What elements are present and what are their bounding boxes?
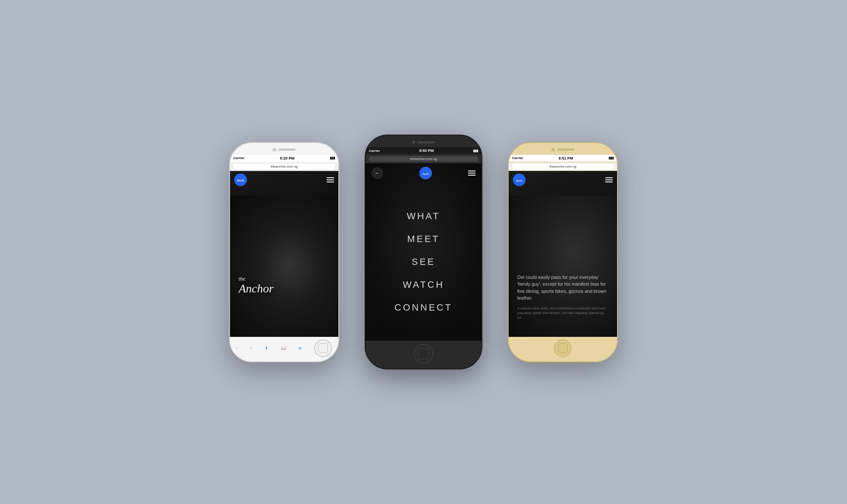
url-box-dark[interactable]: theanchor.com.ng [369, 156, 478, 162]
screen1-content: Anch the Anchor [230, 171, 338, 337]
anchor-text: Anchor [238, 282, 273, 295]
camera-white [273, 148, 276, 151]
hamburger-line-3 [327, 182, 334, 182]
side-button-right-dark [482, 195, 482, 214]
svg-text:Anch: Anch [423, 173, 429, 175]
url-bar-dark: theanchor.com.ng [365, 155, 482, 163]
screen2-bg: ← Anch [365, 163, 482, 341]
status-icons-gold: ▮▮▮ [609, 156, 614, 160]
carrier-gold: Carrier [512, 156, 523, 160]
phones-container: Carrier 9:20 PM ▮▮▮ theanchor.com.ng [229, 135, 618, 369]
status-icons-dark: ▮▮▮ [473, 149, 478, 153]
bio-main-text: Del could easily pass for your everyday … [517, 274, 608, 302]
tabs-btn-white[interactable]: ⧉ [299, 346, 302, 351]
carrier-white: Carrier [233, 156, 244, 160]
status-icons-white: ▮▮▮ [330, 156, 335, 160]
screen2-content: ← Anch [365, 163, 482, 341]
status-bar-white: Carrier 9:20 PM ▮▮▮ [230, 155, 338, 162]
status-bar-gold: Carrier 8:51 PM ▮▮▮ [509, 155, 617, 162]
bio-sub-text: A natural voice artist, ace event/show c… [517, 306, 608, 320]
home-button-inner-dark [418, 348, 429, 359]
phone-dark: Carrier 8:50 PM ▮▮▮ theanchor.com.ng ← [365, 135, 482, 369]
menu-item-connect[interactable]: CONNECT [395, 302, 453, 313]
screen3-text: Del could easily pass for your everyday … [517, 274, 608, 320]
phone-top-gold [509, 143, 617, 155]
figure-container-1 [230, 196, 338, 336]
hamburger-line-2 [327, 179, 334, 180]
screen3-header: Anch [509, 171, 617, 189]
menu-item-meet[interactable]: MEET [407, 234, 440, 245]
home-button-inner-gold [558, 343, 568, 353]
screen-gold: Carrier 8:51 PM ▮▮▮ theanchor.com.ng [509, 155, 617, 337]
anchor-logo-gold[interactable]: Anch [513, 174, 526, 186]
svg-text:Anch: Anch [516, 179, 523, 182]
bookmarks-btn-white[interactable]: 📖 [281, 346, 286, 350]
anchor-logo-white[interactable]: Anch [234, 174, 247, 186]
screen3-bg: Anch Del could easily pass for your ever… [509, 171, 617, 337]
url-box-gold[interactable]: theanchor.com.ng [512, 164, 614, 169]
back-button-dark[interactable]: ← [371, 167, 383, 179]
url-bar-gold: theanchor.com.ng [509, 162, 617, 171]
phone-top-white [230, 143, 338, 155]
phone-top-dark [365, 135, 482, 147]
menu-item-watch[interactable]: WATCH [403, 279, 444, 290]
url-box-white[interactable]: theanchor.com.ng [233, 164, 335, 169]
phone-bottom-gold [509, 337, 617, 361]
menu-item-see[interactable]: SEE [412, 256, 435, 267]
phone-bottom-dark [365, 341, 482, 369]
hamburger-line-1 [327, 177, 334, 178]
anchor-logo-dark[interactable]: Anch [419, 167, 432, 179]
screen1-header: Anch [230, 171, 338, 189]
svg-text:Anch: Anch [237, 179, 244, 182]
speaker-dark [418, 141, 435, 143]
home-button-inner-white [318, 343, 328, 353]
hamburger-menu-white[interactable] [327, 177, 334, 182]
home-button-gold[interactable] [554, 339, 572, 357]
screen3-content: Anch Del could easily pass for your ever… [509, 171, 617, 337]
speaker-white [279, 149, 296, 151]
share-btn-white[interactable]: ⬆ [265, 346, 268, 350]
home-button-white[interactable] [314, 339, 332, 357]
url-bar-white: theanchor.com.ng [230, 162, 338, 171]
ham-g-line-2 [605, 179, 613, 180]
the-text: the [238, 276, 329, 282]
forward-btn-white[interactable]: › [250, 346, 252, 350]
time-gold: 8:51 PM [559, 156, 573, 160]
side-button-right-white [338, 202, 339, 221]
camera-dark [412, 140, 415, 144]
camera-gold [551, 148, 555, 151]
side-button-right-gold [617, 202, 618, 221]
ham-g-line-3 [605, 182, 613, 182]
screen-white: Carrier 9:20 PM ▮▮▮ theanchor.com.ng [230, 155, 338, 337]
ham-line-3 [468, 175, 476, 176]
carrier-dark: Carrier [369, 149, 380, 153]
status-bar-dark: Carrier 8:50 PM ▮▮▮ [365, 147, 482, 154]
phone-bottom-white: ‹ › ⬆ 📖 ⧉ [230, 337, 338, 361]
screen2-header: ← Anch [365, 163, 482, 183]
menu-items-list: WHAT MEET SEE WATCH CONNECT [395, 183, 453, 341]
menu-item-what[interactable]: WHAT [407, 211, 440, 222]
phone-gold: Carrier 8:51 PM ▮▮▮ theanchor.com.ng [508, 142, 618, 362]
ham-line-2 [468, 173, 476, 174]
speaker-gold [557, 149, 574, 151]
home-button-dark[interactable] [414, 344, 433, 364]
hamburger-menu-dark[interactable] [468, 171, 476, 176]
ham-g-line-1 [605, 177, 613, 178]
time-white: 9:20 PM [280, 156, 294, 160]
phone-white: Carrier 9:20 PM ▮▮▮ theanchor.com.ng [229, 142, 339, 362]
time-dark: 8:50 PM [419, 149, 434, 153]
screen-dark: Carrier 8:50 PM ▮▮▮ theanchor.com.ng ← [365, 147, 482, 341]
screen1-bg: Anch the Anchor [230, 171, 338, 337]
back-btn-white[interactable]: ‹ [236, 346, 238, 350]
hamburger-menu-gold[interactable] [605, 177, 613, 182]
ham-line-1 [468, 171, 476, 171]
anchor-script-white: the Anchor [238, 276, 329, 295]
